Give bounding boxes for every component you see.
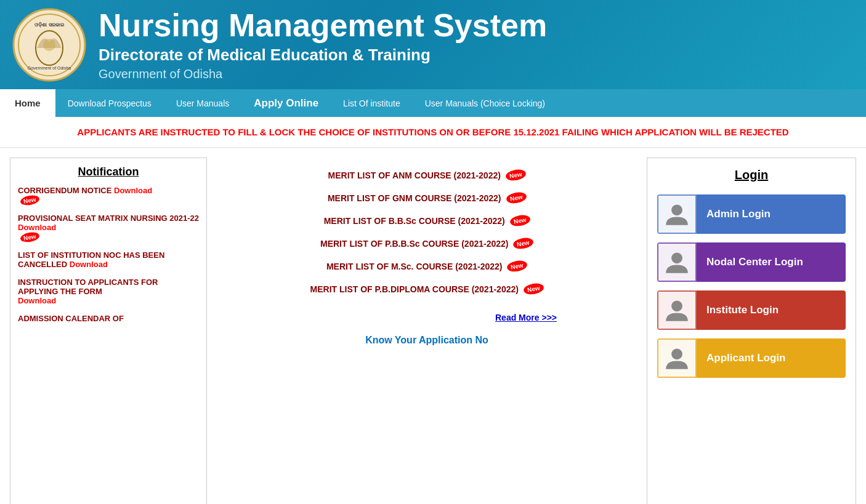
notif-corrigendum-download[interactable]: Download [114,186,152,195]
institute-icon-wrap [657,290,697,330]
svg-point-8 [671,300,682,311]
merit-msc[interactable]: MERIT LIST OF M.Sc. COURSE (2021-2022) N… [326,261,527,271]
merit-gnm[interactable]: MERIT LIST OF GNM COURSE (2021-2022) New [328,193,526,203]
nav-user-manuals[interactable]: User Manuals [164,89,241,117]
middle-panel: MERIT LIST OF ANM COURSE (2021-2022) New… [217,158,637,504]
merit-new-badge-5: New [506,259,528,273]
nav-apply-online[interactable]: Apply Online [241,89,331,117]
nav-list-of-institute[interactable]: List Of institute [331,89,413,117]
notification-title: Notification [18,166,199,178]
notification-scroll[interactable]: CORRIGENDUM NOTICE Download New PROVISIO… [18,186,199,457]
page-header: ଓଡ଼ିଶା ସରକାର Government of Odisha Nursin… [0,0,866,89]
institute-login-label: Institute Login [697,304,846,316]
nodal-icon-wrap [657,242,697,282]
admin-login-label: Admin Login [697,208,846,220]
new-badge-2: New [20,231,40,244]
navbar: Home Download Prospectus User Manuals Ap… [0,89,866,117]
admin-icon-wrap [657,194,697,234]
nav-download-prospectus[interactable]: Download Prospectus [55,89,164,117]
merit-new-badge-2: New [505,191,527,204]
notif-corrigendum: CORRIGENDUM NOTICE Download New [18,186,199,205]
login-title: Login [657,168,846,182]
notif-noc-download[interactable]: Download [70,260,108,269]
header-text: Nursing Management System Directorate of… [99,8,547,81]
institute-person-icon [665,298,689,322]
applicant-login-label: Applicant Login [697,352,846,364]
site-tagline: Government of Odisha [99,67,547,81]
site-title: Nursing Management System [99,8,547,43]
nav-user-manuals-choice-locking[interactable]: User Manuals (Choice Locking) [413,89,557,117]
applicant-login-button[interactable]: Applicant Login [657,338,846,378]
applicant-person-icon [665,346,689,370]
notice-text: APPLICANTS ARE INSTRUCTED TO FILL & LOCK… [77,127,788,137]
notif-seat-matrix-download[interactable]: Download [18,223,56,232]
nodal-login-label: Nodal Center Login [697,256,846,268]
read-more-link[interactable]: Read More >>> [495,313,557,322]
know-application-link[interactable]: Know Your Application No [365,335,488,346]
merit-pbbsc[interactable]: MERIT LIST OF P.B.B.Sc COURSE (2021-2022… [320,238,533,249]
new-badge-1: New [20,194,40,207]
notif-noc: LIST OF INSTITUTION NOC HAS BEEN CANCELL… [18,250,199,269]
merit-bbsc[interactable]: MERIT LIST OF B.B.Sc COURSE (2021-2022) … [324,215,530,226]
notification-panel: Notification CORRIGENDUM NOTICE Download… [10,158,207,504]
merit-pbdiploma[interactable]: MERIT LIST OF P.B.DIPLOMA COURSE (2021-2… [310,284,544,294]
svg-point-6 [671,204,682,215]
applicant-icon-wrap [657,338,697,378]
svg-point-9 [671,348,682,359]
login-panel: Login Admin Login [647,158,856,504]
notice-bar: APPLICANTS ARE INSTRUCTED TO FILL & LOCK… [0,117,866,148]
notif-seat-matrix: PROVISIONAL SEAT MATRIX NURSING 2021-22 … [18,214,199,242]
notif-admission-calendar: ADMISSION CALENDAR OF [18,314,199,323]
admin-person-icon [665,202,689,226]
institute-login-button[interactable]: Institute Login [657,290,846,330]
main-content: Notification CORRIGENDUM NOTICE Download… [0,148,866,504]
merit-new-badge-4: New [512,236,534,250]
nav-home[interactable]: Home [0,89,55,117]
svg-text:ଓଡ଼ିଶା ସରକାର: ଓଡ଼ିଶା ସରକାର [34,22,64,28]
merit-new-badge-6: New [523,282,544,295]
svg-point-7 [671,252,682,263]
nodal-person-icon [665,250,689,274]
merit-new-badge-3: New [509,214,531,227]
notif-instruction-download[interactable]: Download [18,296,56,305]
nodal-login-button[interactable]: Nodal Center Login [657,242,846,282]
merit-new-badge-1: New [505,168,527,182]
notif-instruction: INSTRUCTION TO APPLICANTS FOR APPLYING T… [18,278,199,305]
svg-point-4 [43,39,55,51]
merit-anm[interactable]: MERIT LIST OF ANM COURSE (2021-2022) New [328,170,526,180]
logo: ଓଡ଼ିଶା ସରକାର Government of Odisha [12,8,86,82]
admin-login-button[interactable]: Admin Login [657,194,846,234]
svg-text:Government of Odisha: Government of Odisha [28,66,71,70]
site-subtitle: Directorate of Medical Education & Train… [99,46,547,65]
